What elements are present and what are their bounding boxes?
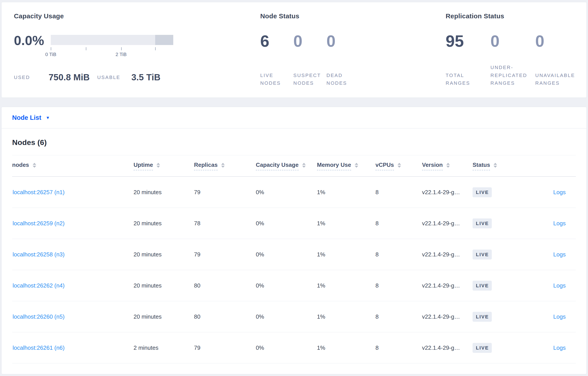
logs-link[interactable]: Logs [553, 345, 566, 351]
vcpus-cell: 8 [376, 345, 422, 351]
version-cell: v22.1.4-29-g… [422, 220, 472, 227]
uptime-cell: 20 minutes [134, 251, 194, 258]
vcpus-cell: 8 [376, 282, 422, 289]
version-cell: v22.1.4-29-g… [422, 251, 472, 258]
logs-link[interactable]: Logs [553, 251, 566, 258]
table-row: localhost:26262 (n4) 20 minutes 80 0% 1%… [12, 270, 576, 301]
under-replicated-ranges-stat: 0 UNDER-REPLICATED RANGES [490, 33, 535, 87]
replication-status-title: Replication Status [446, 12, 580, 20]
vcpus-cell: 8 [376, 251, 422, 258]
table-row: localhost:26260 (n5) 20 minutes 80 0% 1%… [12, 301, 576, 332]
unavailable-ranges-label: UNAVAILABLE RANGES [535, 72, 580, 87]
capacity-usage-title: Capacity Usage [14, 12, 260, 20]
suspect-nodes-label: SUSPECT NODES [293, 72, 326, 87]
capacity-usage-cell: 0% [256, 220, 317, 227]
nodes-section-title: Nodes (6) [12, 138, 576, 147]
node-link[interactable]: localhost:26259 (n2) [13, 220, 65, 227]
replicas-cell: 78 [194, 220, 256, 227]
under-replicated-ranges-label: UNDER-REPLICATED RANGES [490, 63, 535, 87]
logs-link[interactable]: Logs [553, 282, 566, 289]
total-ranges-label: TOTAL RANGES [446, 72, 490, 87]
node-list-dropdown[interactable]: Node List ▼ [12, 114, 50, 121]
used-label: USED [14, 74, 30, 80]
unavailable-ranges-value: 0 [535, 33, 580, 49]
logs-link[interactable]: Logs [553, 313, 566, 320]
column-header-replicas[interactable]: Replicas [194, 162, 256, 170]
under-replicated-ranges-value: 0 [490, 33, 535, 49]
column-header-vcpus[interactable]: vCPUs [376, 162, 422, 170]
column-header-version[interactable]: Version [422, 162, 472, 170]
nodes-table-body: localhost:26257 (n1) 20 minutes 79 0% 1%… [12, 177, 576, 363]
memory-use-cell: 1% [317, 282, 376, 289]
version-cell: v22.1.4-29-g… [422, 189, 472, 196]
node-list-dropdown-row: Node List ▼ [1, 107, 587, 128]
table-row: localhost:26261 (n6) 2 minutes 79 0% 1% … [12, 332, 576, 363]
dead-nodes-label: DEAD NODES [326, 72, 359, 87]
capacity-usage-section: Capacity Usage 0.0% 0 TiB 2 TiB [14, 12, 260, 97]
table-row: localhost:26257 (n1) 20 minutes 79 0% 1%… [12, 177, 576, 208]
node-link[interactable]: localhost:26257 (n1) [13, 189, 65, 196]
memory-use-cell: 1% [317, 189, 376, 196]
version-cell: v22.1.4-29-g… [422, 345, 472, 351]
capacity-bar [51, 35, 173, 45]
live-nodes-value: 6 [260, 33, 293, 49]
capacity-used-percent: 0.0% [14, 34, 51, 47]
suspect-nodes-value: 0 [293, 33, 326, 49]
node-link[interactable]: localhost:26260 (n5) [13, 313, 65, 320]
uptime-cell: 20 minutes [134, 189, 194, 196]
uptime-cell: 20 minutes [134, 220, 194, 227]
dead-nodes-stat: 0 DEAD NODES [326, 33, 359, 87]
live-nodes-stat: 6 LIVE NODES [260, 33, 293, 87]
sort-icon [157, 163, 160, 168]
node-status-section: Node Status 6 LIVE NODES 0 SUSPECT NODES… [260, 12, 446, 97]
node-list-dropdown-label: Node List [12, 114, 41, 121]
capacity-usage-cell: 0% [256, 282, 317, 289]
replicas-cell: 80 [194, 282, 256, 289]
node-link[interactable]: localhost:26261 (n6) [13, 345, 65, 351]
capacity-bar-reserved-segment [155, 35, 173, 45]
uptime-cell: 2 minutes [134, 345, 194, 351]
node-link[interactable]: localhost:26258 (n3) [13, 251, 65, 258]
replicas-cell: 79 [194, 189, 256, 196]
status-badge: LIVE [472, 343, 492, 353]
status-badge: LIVE [472, 187, 492, 197]
suspect-nodes-stat: 0 SUSPECT NODES [293, 33, 326, 87]
sort-icon [221, 163, 225, 168]
table-row: localhost:26258 (n3) 20 minutes 79 0% 1%… [12, 239, 576, 270]
memory-use-cell: 1% [317, 220, 376, 227]
status-badge: LIVE [472, 281, 492, 291]
sort-icon [446, 163, 450, 168]
total-ranges-value: 95 [446, 33, 490, 49]
replicas-cell: 80 [194, 313, 256, 320]
capacity-usage-cell: 0% [256, 313, 317, 320]
sort-icon [302, 163, 306, 168]
logs-link[interactable]: Logs [553, 189, 566, 196]
node-list-card: Node List ▼ Nodes (6) nodes Uptime [1, 107, 587, 374]
node-link[interactable]: localhost:26262 (n4) [13, 282, 65, 289]
unavailable-ranges-stat: 0 UNAVAILABLE RANGES [535, 33, 580, 87]
column-header-nodes[interactable]: nodes [12, 162, 134, 170]
total-ranges-stat: 95 TOTAL RANGES [446, 33, 490, 87]
table-row: localhost:26259 (n2) 20 minutes 78 0% 1%… [12, 208, 576, 239]
logs-link[interactable]: Logs [553, 220, 566, 227]
replicas-cell: 79 [194, 251, 256, 258]
column-header-uptime[interactable]: Uptime [134, 162, 194, 170]
sort-icon [355, 163, 358, 168]
tick-label-0tib: 0 TiB [45, 52, 56, 57]
column-header-status[interactable]: Status [472, 162, 527, 170]
capacity-usage-cell: 0% [256, 189, 317, 196]
sort-icon [398, 163, 401, 168]
used-value: 750.8 MiB [49, 72, 90, 82]
replication-status-section: Replication Status 95 TOTAL RANGES 0 UND… [446, 12, 580, 97]
version-cell: v22.1.4-29-g… [422, 282, 472, 289]
tick-label-2tib: 2 TiB [116, 52, 126, 57]
replicas-cell: 79 [194, 345, 256, 351]
capacity-usage-cell: 0% [256, 345, 317, 351]
status-badge: LIVE [472, 312, 492, 322]
column-header-memory-use[interactable]: Memory Use [317, 162, 376, 170]
column-header-capacity-usage[interactable]: Capacity Usage [256, 162, 317, 170]
vcpus-cell: 8 [376, 189, 422, 196]
uptime-cell: 20 minutes [134, 282, 194, 289]
usable-value: 3.5 TiB [131, 72, 160, 82]
live-nodes-label: LIVE NODES [260, 72, 293, 87]
